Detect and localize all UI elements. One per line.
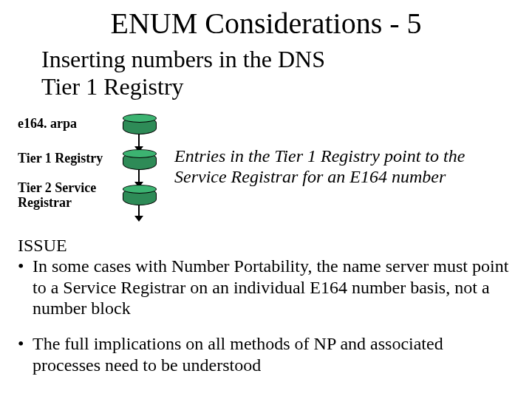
cylinder-icon xyxy=(123,152,157,170)
issue-bullet: • The full implications on all methods o… xyxy=(18,333,514,375)
page-title: ENUM Considerations - 5 xyxy=(0,6,532,41)
registry-description: Entries in the Tier 1 Registry point to … xyxy=(174,146,514,187)
label-tier2-line-1: Tier 2 Service xyxy=(18,181,96,196)
label-e164-arpa: e164. arpa xyxy=(18,117,77,132)
subtitle-line-1: Inserting numbers in the DNS xyxy=(41,46,325,73)
cylinder-icon xyxy=(123,117,157,134)
bullet-marker-icon: • xyxy=(18,333,33,375)
issue-section: ISSUE • In some cases with Number Portab… xyxy=(18,235,514,375)
label-tier1-registry: Tier 1 Registry xyxy=(18,151,103,166)
subtitle-line-2: Tier 1 Registry xyxy=(41,73,325,100)
issue-bullet-text: The full implications on all methods of … xyxy=(33,333,514,375)
slide: ENUM Considerations - 5 Inserting number… xyxy=(0,0,532,399)
label-tier2-service-registrar: Tier 2 Service Registrar xyxy=(18,181,96,211)
bullet-marker-icon: • xyxy=(18,256,33,318)
hierarchy-diagram xyxy=(117,112,161,223)
issue-bullet: • In some cases with Number Portability,… xyxy=(18,256,514,318)
issue-heading: ISSUE xyxy=(18,235,514,256)
cylinder-icon xyxy=(123,188,157,205)
subtitle: Inserting numbers in the DNS Tier 1 Regi… xyxy=(41,46,325,100)
label-tier2-line-2: Registrar xyxy=(18,196,96,211)
issue-bullet-text: In some cases with Number Portability, t… xyxy=(33,256,514,318)
